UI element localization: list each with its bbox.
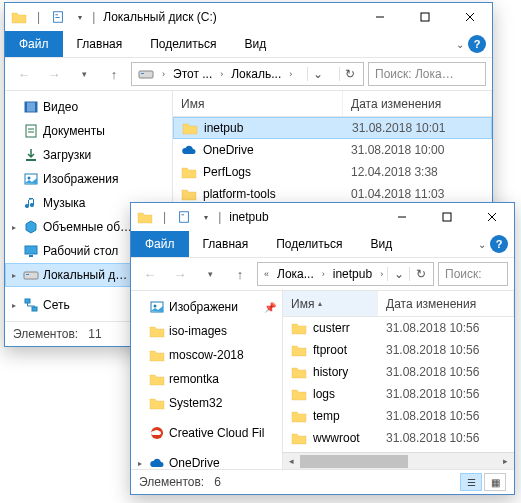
explorer-window-inetpub: | ▾ | inetpub Файл Главная Поделиться Ви… bbox=[130, 202, 515, 495]
up-button[interactable]: ↑ bbox=[101, 61, 127, 87]
maximize-button[interactable] bbox=[424, 203, 469, 231]
tree-item-label: System32 bbox=[169, 396, 222, 410]
expand-caret-icon[interactable]: ▸ bbox=[9, 301, 19, 310]
chevron-right-icon[interactable]: › bbox=[158, 69, 169, 79]
breadcrumb-segment[interactable]: inetpub bbox=[329, 267, 376, 281]
titlebar[interactable]: | ▾ | inetpub bbox=[131, 203, 514, 231]
recent-dropdown-icon[interactable]: ▾ bbox=[197, 261, 223, 287]
folder-icon bbox=[291, 409, 307, 423]
expand-caret-icon[interactable]: ▸ bbox=[135, 459, 145, 468]
search-input[interactable]: Поиск: bbox=[438, 262, 508, 286]
drive-icon bbox=[134, 67, 158, 81]
qat-dropdown-icon[interactable]: ▾ bbox=[72, 9, 88, 25]
chevron-right-icon[interactable]: › bbox=[285, 69, 296, 79]
tab-home[interactable]: Главная bbox=[63, 31, 137, 57]
scroll-left-icon[interactable]: ◂ bbox=[283, 453, 300, 469]
view-icons-button[interactable]: ▦ bbox=[484, 473, 506, 491]
tab-view[interactable]: Вид bbox=[356, 231, 406, 257]
column-name[interactable]: Имя bbox=[173, 91, 343, 116]
column-date[interactable]: Дата изменения bbox=[343, 91, 492, 116]
minimize-button[interactable] bbox=[379, 203, 424, 231]
qat-properties-icon[interactable] bbox=[50, 9, 66, 25]
address-bar[interactable]: « Лока... › inetpub › ⌄ ↻ bbox=[257, 262, 434, 286]
tree-item[interactable]: Видео bbox=[5, 95, 172, 119]
file-date: 31.08.2018 10:56 bbox=[378, 343, 514, 357]
tree-item[interactable]: iso-images bbox=[131, 319, 282, 343]
search-input[interactable]: Поиск: Лока… bbox=[368, 62, 486, 86]
chevron-right-icon[interactable]: › bbox=[318, 269, 329, 279]
address-dropdown-icon[interactable]: ⌄ bbox=[307, 67, 329, 81]
tab-view[interactable]: Вид bbox=[230, 31, 280, 57]
tab-share[interactable]: Поделиться bbox=[136, 31, 230, 57]
file-date: 12.04.2018 3:38 bbox=[343, 165, 492, 179]
window-title: Локальный диск (C:) bbox=[103, 10, 217, 24]
breadcrumb-segment[interactable]: Этот ... bbox=[169, 67, 216, 81]
file-row[interactable]: inetpub31.08.2018 10:01 bbox=[173, 117, 492, 139]
scroll-thumb[interactable] bbox=[300, 455, 408, 468]
horizontal-scrollbar[interactable]: ◂ ▸ bbox=[283, 452, 514, 469]
titlebar[interactable]: | ▾ | Локальный диск (C:) bbox=[5, 3, 492, 31]
tree-item[interactable]: System32 bbox=[131, 391, 282, 415]
file-row[interactable]: custerr31.08.2018 10:56 bbox=[283, 317, 514, 339]
recent-dropdown-icon[interactable]: ▾ bbox=[71, 61, 97, 87]
column-date[interactable]: Дата изменения bbox=[378, 291, 514, 316]
file-row[interactable]: wwwroot31.08.2018 10:56 bbox=[283, 427, 514, 449]
chevron-right-icon[interactable]: › bbox=[216, 69, 227, 79]
ribbon-expand-icon[interactable]: ⌄ bbox=[456, 39, 464, 50]
maximize-button[interactable] bbox=[402, 3, 447, 31]
chevron-left-icon[interactable]: « bbox=[260, 269, 273, 279]
tree-item[interactable]: Загрузки bbox=[5, 143, 172, 167]
address-bar[interactable]: › Этот ... › Локаль... › ⌄ ↻ bbox=[131, 62, 364, 86]
column-name[interactable]: Имя▴ bbox=[283, 291, 378, 316]
expand-caret-icon[interactable]: ▸ bbox=[9, 223, 19, 232]
file-row[interactable]: temp31.08.2018 10:56 bbox=[283, 405, 514, 427]
help-icon[interactable]: ? bbox=[468, 35, 486, 53]
address-dropdown-icon[interactable]: ⌄ bbox=[387, 267, 409, 281]
qat-properties-icon[interactable] bbox=[176, 209, 192, 225]
tree-item-label: Рабочий стол bbox=[43, 244, 118, 258]
tree-item[interactable]: moscow-2018 bbox=[131, 343, 282, 367]
tab-file[interactable]: Файл bbox=[131, 231, 189, 257]
help-icon[interactable]: ? bbox=[490, 235, 508, 253]
tree-item[interactable]: Creative Cloud Fil bbox=[131, 421, 282, 445]
close-button[interactable] bbox=[447, 3, 492, 31]
svg-rect-27 bbox=[443, 213, 451, 221]
tree-item[interactable]: Изображени📌 bbox=[131, 295, 282, 319]
file-row[interactable]: logs31.08.2018 10:56 bbox=[283, 383, 514, 405]
up-button[interactable]: ↑ bbox=[227, 261, 253, 287]
tab-share[interactable]: Поделиться bbox=[262, 231, 356, 257]
refresh-icon[interactable]: ↻ bbox=[409, 267, 431, 281]
breadcrumb-segment[interactable]: Локаль... bbox=[227, 67, 285, 81]
forward-button[interactable]: → bbox=[167, 261, 193, 287]
minimize-button[interactable] bbox=[357, 3, 402, 31]
file-row[interactable]: ftproot31.08.2018 10:56 bbox=[283, 339, 514, 361]
close-button[interactable] bbox=[469, 203, 514, 231]
expand-caret-icon[interactable]: ▸ bbox=[9, 271, 19, 280]
tab-home[interactable]: Главная bbox=[189, 231, 263, 257]
tree-item[interactable]: remontka bbox=[131, 367, 282, 391]
qat-dropdown-icon[interactable]: ▾ bbox=[198, 209, 214, 225]
tree-item[interactable]: Изображения bbox=[5, 167, 172, 191]
forward-button[interactable]: → bbox=[41, 61, 67, 87]
column-headers[interactable]: Имя▴ Дата изменения bbox=[283, 291, 514, 317]
scroll-right-icon[interactable]: ▸ bbox=[497, 453, 514, 469]
chevron-right-icon[interactable]: › bbox=[376, 269, 387, 279]
tab-file[interactable]: Файл bbox=[5, 31, 63, 57]
column-headers[interactable]: Имя Дата изменения bbox=[173, 91, 492, 117]
breadcrumb-segment[interactable]: Лока... bbox=[273, 267, 318, 281]
folder-icon bbox=[149, 323, 165, 339]
tree-item-label: Документы bbox=[43, 124, 105, 138]
tree-item[interactable]: Документы bbox=[5, 119, 172, 143]
file-row[interactable]: history31.08.2018 10:56 bbox=[283, 361, 514, 383]
view-details-button[interactable]: ☰ bbox=[460, 473, 482, 491]
file-row[interactable]: OneDrive31.08.2018 10:00 bbox=[173, 139, 492, 161]
back-button[interactable]: ← bbox=[11, 61, 37, 87]
file-name: PerfLogs bbox=[203, 165, 251, 179]
file-row[interactable]: PerfLogs12.04.2018 3:38 bbox=[173, 161, 492, 183]
network-icon bbox=[23, 297, 39, 313]
refresh-icon[interactable]: ↻ bbox=[339, 67, 361, 81]
tree-item[interactable]: ▸OneDrive bbox=[131, 451, 282, 469]
back-button[interactable]: ← bbox=[137, 261, 163, 287]
ribbon-expand-icon[interactable]: ⌄ bbox=[478, 239, 486, 250]
navigation-tree[interactable]: Изображени📌iso-imagesmoscow-2018remontka… bbox=[131, 291, 283, 469]
